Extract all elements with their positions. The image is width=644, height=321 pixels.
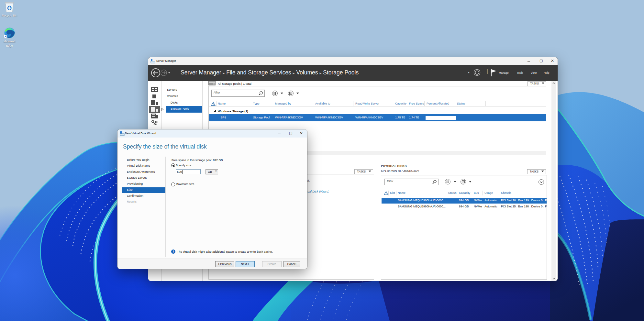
- svg-text:♻: ♻: [6, 5, 12, 11]
